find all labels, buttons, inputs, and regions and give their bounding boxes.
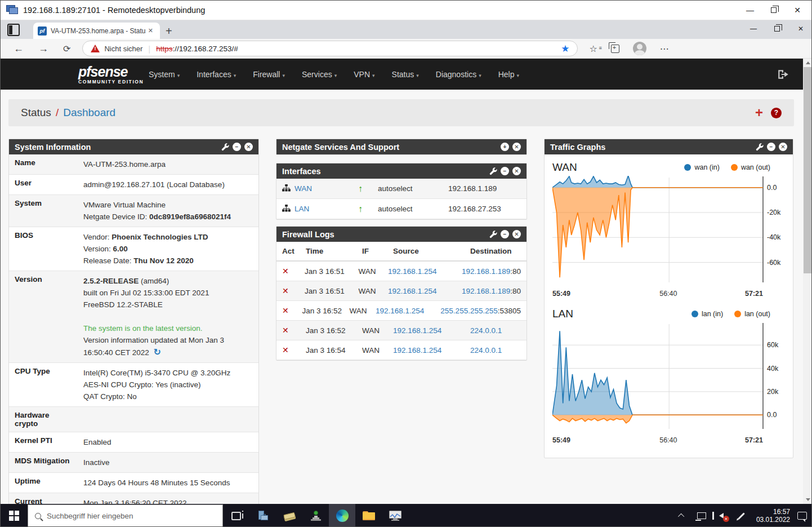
- tab-title: VA-UTM-253.home.arpa - Status: [51, 27, 146, 35]
- logout-icon[interactable]: [777, 68, 789, 81]
- main-menu: System▾Interfaces▾Firewall▾Services▾VPN▾…: [140, 64, 528, 85]
- nav-item-interfaces[interactable]: Interfaces▾: [188, 64, 244, 85]
- collapse-minus-icon[interactable]: −: [501, 167, 509, 175]
- server-manager-icon[interactable]: [249, 504, 276, 527]
- not-secure-warning-icon[interactable]: !: [91, 45, 100, 52]
- nav-item-diagnostics[interactable]: Diagnostics▾: [427, 64, 490, 85]
- block-action-icon[interactable]: ✕: [282, 326, 306, 335]
- collapse-minus-icon[interactable]: −: [501, 230, 509, 238]
- scrollbar-thumb[interactable]: [804, 67, 812, 273]
- favorites-bar-icon[interactable]: ☆≡: [589, 43, 597, 54]
- forward-icon[interactable]: →: [31, 43, 56, 55]
- block-action-icon[interactable]: ✕: [282, 346, 306, 355]
- address-bar[interactable]: ! Nicht sicher | https://192.168.27.253/…: [82, 41, 578, 56]
- edge-icon[interactable]: [329, 504, 355, 527]
- wrench-icon[interactable]: [756, 143, 764, 151]
- wrench-icon[interactable]: [489, 167, 497, 175]
- help-icon[interactable]: ?: [771, 108, 782, 118]
- browser-minimize-button[interactable]: —: [742, 20, 765, 37]
- collapse-minus-icon[interactable]: −: [233, 143, 241, 151]
- source-ip-link[interactable]: 192.168.1.254: [388, 267, 436, 276]
- collections-icon[interactable]: [611, 45, 619, 53]
- system-info-label: User: [9, 175, 78, 195]
- source-ip-link[interactable]: 192.168.1.254: [393, 346, 441, 355]
- collapse-minus-icon[interactable]: −: [767, 143, 775, 151]
- legend-label: lan (out): [744, 310, 770, 318]
- reload-icon[interactable]: ⟳: [56, 43, 78, 54]
- source-ip-link[interactable]: 192.168.1.254: [393, 326, 441, 335]
- browser-close-button[interactable]: ✕: [789, 20, 812, 37]
- destination-ip-link[interactable]: 255.255.255.255: [440, 307, 497, 315]
- destination-ip-link[interactable]: 224.0.0.1: [470, 326, 502, 335]
- scrollbar-up-icon[interactable]: [803, 59, 812, 67]
- network-status-icon[interactable]: [694, 504, 710, 527]
- destination-ip-link[interactable]: 192.168.1.189: [462, 287, 510, 295]
- rdp-maximize-button[interactable]: [762, 2, 786, 19]
- tray-chevron-up-icon[interactable]: [674, 504, 690, 527]
- browser-restore-button[interactable]: [765, 20, 789, 37]
- taskbar-clock[interactable]: 16:57 03.01.2022: [753, 508, 793, 524]
- pen-icon[interactable]: [733, 504, 749, 527]
- action-center-icon[interactable]: [797, 512, 807, 520]
- close-panel-icon[interactable]: ✕: [779, 143, 787, 151]
- panel-title: Firewall Logs: [282, 230, 334, 239]
- network-app-icon[interactable]: [302, 504, 329, 527]
- volume-muted-icon[interactable]: ✕: [713, 504, 729, 527]
- interface-link-lan[interactable]: LAN: [295, 205, 309, 213]
- chevron-down-icon: ▾: [234, 73, 237, 78]
- expand-plus-icon[interactable]: +: [501, 143, 509, 151]
- svg-text:-60k: -60k: [767, 259, 781, 267]
- file-explorer-icon[interactable]: [355, 504, 382, 527]
- nav-item-system[interactable]: System▾: [140, 64, 188, 85]
- rdp-icon: [6, 5, 19, 15]
- traffic-graphs-header: Traffic Graphs −✕: [545, 139, 793, 154]
- nav-item-vpn[interactable]: VPN▾: [345, 64, 383, 85]
- task-view-icon[interactable]: [223, 504, 249, 527]
- profile-avatar[interactable]: [633, 42, 646, 55]
- traffic-graphs-panel: Traffic Graphs −✕ WANwan (in)wan (out)0.…: [544, 139, 793, 458]
- tab-close-icon[interactable]: ✕: [146, 26, 155, 36]
- log-time: Jan 3 16:51: [305, 267, 358, 276]
- nav-item-services[interactable]: Services▾: [293, 64, 345, 85]
- browser-menu-icon[interactable]: ⋯: [660, 43, 670, 54]
- start-button[interactable]: [1, 504, 28, 527]
- destination-ip-link[interactable]: 224.0.0.1: [470, 346, 502, 355]
- favorite-star-icon[interactable]: ★: [561, 43, 569, 55]
- taskbar-search-input[interactable]: Suchbegriff hier eingeben: [28, 504, 223, 527]
- page-scrollbar[interactable]: [803, 59, 812, 504]
- add-widget-icon[interactable]: +: [755, 107, 763, 118]
- source-ip-link[interactable]: 192.168.1.254: [388, 287, 436, 295]
- tab-actions-icon[interactable]: [7, 24, 20, 36]
- block-action-icon[interactable]: ✕: [282, 286, 305, 295]
- block-action-icon[interactable]: ✕: [282, 267, 305, 276]
- wrench-icon[interactable]: [221, 143, 229, 151]
- log-interface: WAN: [362, 346, 393, 355]
- x-tick-label: 57:21: [745, 436, 763, 444]
- destination-port: :80: [510, 287, 521, 295]
- pfsense-logo[interactable]: pfsense COMMUNITY EDITION: [78, 64, 144, 85]
- wrench-icon[interactable]: [489, 231, 497, 238]
- interface-link-wan[interactable]: WAN: [295, 184, 312, 193]
- source-ip-link[interactable]: 192.168.1.254: [376, 307, 424, 315]
- system-monitor-icon[interactable]: [382, 504, 408, 527]
- destination-ip-link[interactable]: 192.168.1.189: [462, 267, 510, 276]
- refresh-icon[interactable]: ↻: [154, 347, 161, 357]
- back-icon[interactable]: ←: [6, 43, 31, 55]
- firewall-column-header: Destination: [470, 247, 521, 255]
- block-action-icon[interactable]: ✕: [282, 306, 302, 315]
- browser-tab[interactable]: pf VA-UTM-253.home.arpa - Status ✕: [33, 23, 160, 39]
- nav-item-status[interactable]: Status▾: [383, 64, 427, 85]
- breadcrumb-page[interactable]: Dashboard: [63, 107, 115, 119]
- close-panel-icon[interactable]: ✕: [512, 230, 521, 238]
- scrollbar-down-icon[interactable]: [803, 495, 812, 504]
- rdp-minimize-button[interactable]: —: [738, 2, 762, 19]
- app-book-icon[interactable]: [276, 504, 302, 527]
- nav-item-firewall[interactable]: Firewall▾: [244, 64, 293, 85]
- nav-item-help[interactable]: Help▾: [490, 64, 528, 85]
- close-panel-icon[interactable]: ✕: [244, 143, 253, 151]
- close-panel-icon[interactable]: ✕: [512, 143, 521, 151]
- rdp-close-button[interactable]: ✕: [786, 2, 809, 19]
- new-tab-button[interactable]: +: [166, 25, 172, 37]
- close-panel-icon[interactable]: ✕: [512, 167, 521, 175]
- interface-row: WAN↑autoselect192.168.1.189: [276, 179, 527, 199]
